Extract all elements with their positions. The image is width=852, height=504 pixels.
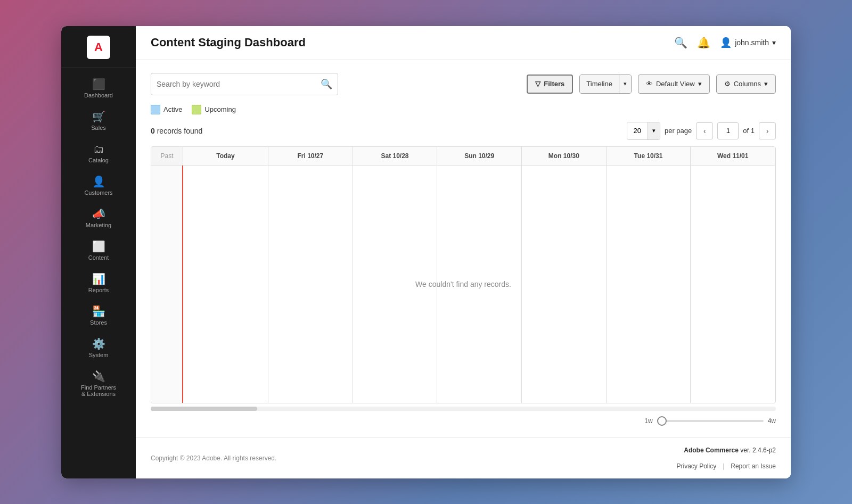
search-icon[interactable]: 🔍 — [674, 36, 687, 49]
reports-icon: 📊 — [92, 274, 105, 284]
bell-icon[interactable]: 🔔 — [697, 36, 710, 49]
sidebar-item-label: Reports — [88, 287, 109, 293]
next-page-button[interactable]: › — [759, 122, 776, 139]
scrollbar-track[interactable] — [151, 407, 776, 411]
sidebar-logo: A — [61, 26, 136, 68]
default-view-chevron-icon: ▾ — [698, 80, 702, 88]
timeline-tue-col — [607, 166, 691, 403]
timeline-fri-col — [268, 166, 353, 403]
per-page-value: 20 — [627, 122, 648, 139]
legend-row: Active Upcoming — [151, 105, 776, 114]
main-area: Content Staging Dashboard 🔍 🔔 👤 john.smi… — [136, 26, 791, 478]
sidebar-item-label: Customers — [84, 189, 112, 196]
timeline-col-past: Past — [151, 147, 183, 165]
timeline-mon-col — [522, 166, 607, 403]
records-row: 0 records found 20 ▾ per page ‹ of 1 — [151, 122, 776, 140]
timeline-col-wed: Wed 11/01 — [691, 147, 775, 165]
timeline-header: Past Today Fri 10/27 Sat 10/28 Sun 10/29… — [151, 147, 775, 166]
default-view-label: Default View — [656, 80, 695, 88]
columns-button[interactable]: ⚙ Columns ▾ — [716, 75, 776, 94]
content-icon: ⬜ — [92, 241, 105, 252]
per-page-label: per page — [665, 127, 692, 135]
sidebar-item-dashboard[interactable]: ⬛ Dashboard — [61, 72, 136, 105]
columns-icon: ⚙ — [724, 80, 731, 88]
footer-right: Adobe Commerce ver. 2.4.6-p2 Privacy Pol… — [676, 447, 776, 470]
zoom-slider[interactable] — [657, 420, 764, 422]
sidebar-item-extensions[interactable]: 🔌 Find Partners& Extensions — [61, 365, 136, 403]
privacy-policy-link[interactable]: Privacy Policy — [676, 462, 716, 470]
per-page-select: 20 ▾ — [627, 122, 660, 140]
customers-icon: 👤 — [92, 176, 105, 187]
topbar-actions: 🔍 🔔 👤 john.smith ▾ — [674, 36, 776, 49]
timeline-wed-col — [691, 166, 775, 403]
footer: Copyright © 2023 Adobe. All rights reser… — [136, 437, 791, 478]
default-view-button[interactable]: 👁 Default View ▾ — [638, 75, 710, 94]
footer-separator: | — [723, 462, 724, 470]
timeline-past-col — [151, 166, 183, 403]
content-area: 🔍 ▽ Filters Timeline ▾ 👁 Default View ▾ — [136, 60, 791, 437]
previous-page-button[interactable]: ‹ — [696, 122, 713, 139]
adobe-logo: A — [87, 36, 110, 59]
zoom-thumb[interactable] — [657, 416, 667, 426]
timeline-grid: Past Today Fri 10/27 Sat 10/28 Sun 10/29… — [151, 146, 776, 403]
sidebar-item-content[interactable]: ⬜ Content — [61, 235, 136, 267]
zoom-max-label: 4w — [768, 417, 776, 425]
sidebar-item-label: Marketing — [86, 222, 111, 228]
search-submit-icon[interactable]: 🔍 — [321, 78, 332, 90]
catalog-icon: 🗂 — [93, 144, 104, 154]
sidebar-item-catalog[interactable]: 🗂 Catalog — [61, 137, 136, 170]
sidebar-item-sales[interactable]: 🛒 Sales — [61, 105, 136, 137]
scrollbar-thumb[interactable] — [151, 407, 257, 411]
upcoming-legend-box — [192, 105, 201, 114]
pagination-controls: 20 ▾ per page ‹ of 1 › — [627, 122, 776, 140]
sidebar-item-label: System — [89, 352, 109, 358]
timeline-col-tue: Tue 10/31 — [607, 147, 691, 165]
sidebar-item-stores[interactable]: 🏪 Stores — [61, 300, 136, 332]
horizontal-scrollbar — [151, 403, 776, 413]
zoom-min-label: 1w — [644, 417, 652, 425]
sidebar-item-system[interactable]: ⚙️ System — [61, 332, 136, 365]
eye-icon: 👁 — [646, 80, 653, 88]
columns-chevron-icon: ▾ — [764, 80, 768, 88]
per-page-dropdown-arrow[interactable]: ▾ — [648, 122, 660, 139]
page-of-label: of 1 — [743, 127, 755, 135]
marketing-icon: 📣 — [92, 209, 105, 219]
sidebar: A ⬛ Dashboard 🛒 Sales 🗂 Catalog 👤 Custom… — [61, 26, 136, 478]
timeline-dropdown-arrow[interactable]: ▾ — [619, 75, 631, 93]
timeline-body: We couldn't find any records. — [151, 166, 775, 403]
filters-label: Filters — [544, 80, 564, 88]
topbar: Content Staging Dashboard 🔍 🔔 👤 john.smi… — [136, 26, 791, 60]
filter-icon: ▽ — [535, 80, 540, 88]
current-page-input[interactable] — [717, 122, 739, 139]
page-title: Content Staging Dashboard — [151, 36, 306, 49]
sidebar-item-reports[interactable]: 📊 Reports — [61, 267, 136, 300]
sidebar-item-label: Dashboard — [84, 92, 113, 98]
timeline-col-fri: Fri 10/27 — [268, 147, 353, 165]
timeline-col-today: Today — [183, 147, 268, 165]
footer-links: Privacy Policy | Report an Issue — [676, 462, 776, 470]
timeline-col-mon: Mon 10/30 — [522, 147, 607, 165]
timeline-col-sat: Sat 10/28 — [353, 147, 438, 165]
active-legend-label: Active — [163, 105, 182, 113]
timeline-today-col — [183, 166, 268, 403]
search-input[interactable] — [157, 80, 321, 88]
active-legend-box — [151, 105, 160, 114]
sidebar-item-marketing[interactable]: 📣 Marketing — [61, 202, 136, 235]
timeline-split-button: Timeline ▾ — [579, 75, 632, 94]
zoom-row: 1w 4w — [151, 413, 776, 425]
timeline-button[interactable]: Timeline — [580, 75, 619, 93]
user-name: john.smith — [735, 38, 769, 47]
sidebar-item-label: Stores — [90, 319, 107, 326]
report-issue-link[interactable]: Report an Issue — [731, 462, 776, 470]
search-box: 🔍 — [151, 73, 338, 95]
sidebar-item-label: Sales — [91, 125, 106, 131]
filters-button[interactable]: ▽ Filters — [527, 75, 573, 94]
stores-icon: 🏪 — [92, 306, 105, 317]
extensions-icon: 🔌 — [92, 371, 105, 382]
sidebar-item-label: Content — [88, 254, 109, 261]
sidebar-item-label: Find Partners& Extensions — [81, 384, 116, 397]
sidebar-item-customers[interactable]: 👤 Customers — [61, 170, 136, 202]
user-menu[interactable]: 👤 john.smith ▾ — [720, 37, 776, 48]
columns-label: Columns — [734, 80, 761, 88]
toolbar-row: 🔍 ▽ Filters Timeline ▾ 👁 Default View ▾ — [151, 73, 776, 95]
